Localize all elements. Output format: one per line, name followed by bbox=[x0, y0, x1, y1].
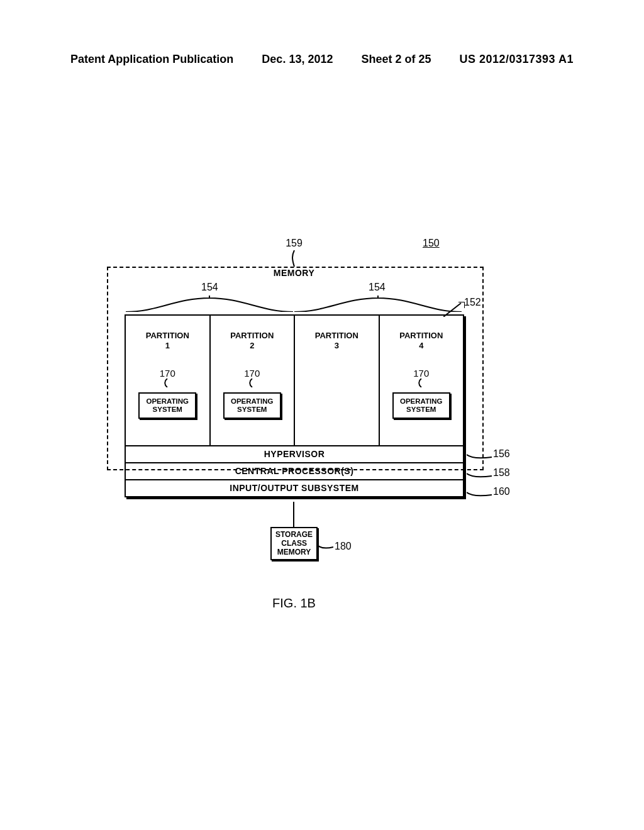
reference-numeral-154-right: 154 bbox=[369, 282, 386, 293]
reference-numeral-152: 152 bbox=[464, 297, 481, 308]
storage-class-memory-box: STORAGE CLASS MEMORY bbox=[270, 527, 318, 560]
partition-label: PARTITION 4 bbox=[399, 331, 443, 351]
io-subsystem-layer: INPUT/OUTPUT SUBSYSTEM bbox=[126, 479, 463, 496]
figure-1b-diagram: 159 150 MEMORY 154 154 152 PARTITION 1 bbox=[107, 239, 537, 641]
figure-caption: FIG. 1B bbox=[107, 596, 481, 611]
reference-numeral-170: 170 bbox=[244, 368, 260, 379]
reference-numeral-170: 170 bbox=[413, 368, 429, 379]
partition-2: PARTITION 2 170 OPERATING SYSTEM bbox=[211, 316, 296, 445]
hypervisor-layer: HYPERVISOR bbox=[126, 445, 463, 462]
leader-hook-icon bbox=[290, 250, 299, 267]
operating-system-box: OPERATING SYSTEM bbox=[223, 392, 281, 419]
partition-4: PARTITION 4 170 OPERATING SYSTEM bbox=[380, 316, 464, 445]
publication-type: Patent Application Publication bbox=[70, 53, 233, 66]
connector-line bbox=[293, 502, 294, 527]
memory-label: MEMORY bbox=[107, 268, 481, 278]
leader-line-icon bbox=[467, 490, 492, 499]
leader-hook-icon bbox=[161, 379, 174, 387]
leader-hook-icon bbox=[415, 379, 428, 387]
reference-numeral-160: 160 bbox=[493, 486, 510, 497]
reference-numeral-158: 158 bbox=[493, 467, 510, 479]
page-header: Patent Application Publication Dec. 13, … bbox=[70, 53, 574, 66]
reference-numeral-156: 156 bbox=[493, 448, 510, 460]
leader-line-icon bbox=[467, 452, 492, 461]
operating-system-box: OPERATING SYSTEM bbox=[138, 392, 196, 419]
leader-hook-icon bbox=[246, 379, 258, 387]
leader-line-icon bbox=[467, 471, 492, 480]
partition-label: PARTITION 2 bbox=[230, 331, 274, 351]
partition-1: PARTITION 1 170 OPERATING SYSTEM bbox=[126, 316, 211, 445]
cpu-layer: CENTRAL PROCESSOR(S) bbox=[126, 462, 463, 479]
reference-numeral-154-left: 154 bbox=[201, 282, 218, 293]
publication-number: US 2012/0317393 A1 bbox=[460, 53, 574, 66]
operating-system-box: OPERATING SYSTEM bbox=[392, 392, 450, 419]
partition-3: PARTITION 3 bbox=[295, 316, 380, 445]
partition-label: PARTITION 3 bbox=[315, 331, 358, 351]
reference-numeral-170: 170 bbox=[160, 368, 175, 379]
leader-line-icon bbox=[318, 543, 333, 551]
sheet-indicator: Sheet 2 of 25 bbox=[361, 53, 431, 66]
partitioned-system-box: PARTITION 1 170 OPERATING SYSTEM PARTITI… bbox=[125, 314, 464, 497]
brace-right-icon bbox=[294, 296, 462, 312]
partition-row: PARTITION 1 170 OPERATING SYSTEM PARTITI… bbox=[126, 316, 463, 445]
reference-numeral-150: 150 bbox=[423, 238, 440, 249]
page: Patent Application Publication Dec. 13, … bbox=[0, 0, 644, 830]
brace-left-icon bbox=[126, 296, 293, 312]
publication-date: Dec. 13, 2012 bbox=[262, 53, 333, 66]
reference-numeral-180: 180 bbox=[335, 541, 352, 552]
partition-label: PARTITION 1 bbox=[146, 331, 189, 351]
